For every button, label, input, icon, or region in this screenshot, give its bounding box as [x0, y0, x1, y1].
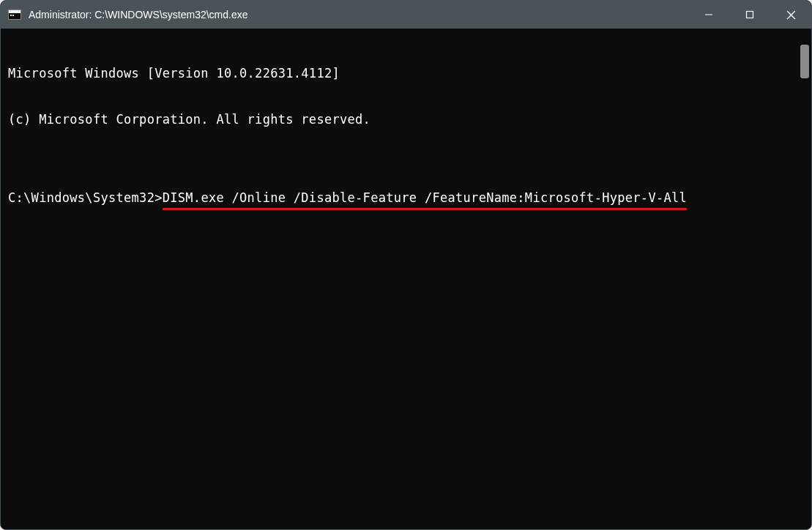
titlebar[interactable]: Administrator: C:\WINDOWS\system32\cmd.e…	[1, 1, 811, 29]
prompt-line: C:\Windows\System32>DISM.exe /Online /Di…	[8, 190, 804, 206]
output-line: Microsoft Windows [Version 10.0.22631.41…	[8, 66, 804, 81]
output-line: (c) Microsoft Corporation. All rights re…	[8, 112, 804, 127]
window-controls	[688, 1, 811, 29]
scrollbar-track[interactable]	[798, 29, 811, 529]
svg-rect-1	[747, 12, 753, 18]
cmd-icon	[8, 10, 21, 20]
terminal-output[interactable]: Microsoft Windows [Version 10.0.22631.41…	[1, 29, 811, 529]
maximize-button[interactable]	[729, 1, 770, 29]
scrollbar-thumb[interactable]	[800, 45, 809, 78]
close-button[interactable]	[770, 1, 811, 29]
window-title: Administrator: C:\WINDOWS\system32\cmd.e…	[29, 9, 688, 20]
command-text: DISM.exe /Online /Disable-Feature /Featu…	[163, 190, 687, 205]
command-wrap: DISM.exe /Online /Disable-Feature /Featu…	[163, 190, 687, 206]
underline-annotation-icon	[163, 208, 687, 210]
minimize-button[interactable]	[688, 1, 729, 29]
cmd-window: Administrator: C:\WINDOWS\system32\cmd.e…	[0, 0, 812, 530]
prompt-text: C:\Windows\System32>	[8, 190, 163, 206]
